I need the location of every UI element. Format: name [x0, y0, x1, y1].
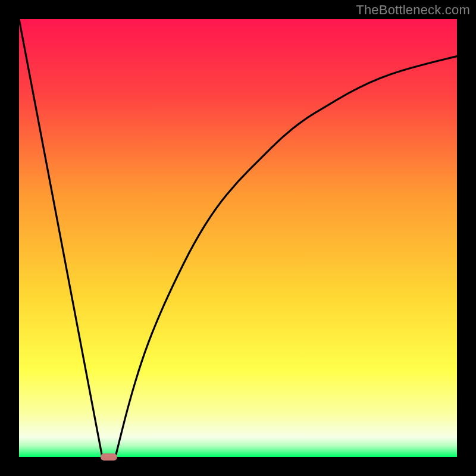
- plot-background-gradient: [19, 19, 457, 457]
- plot-background-rect: [19, 19, 457, 457]
- optimum-marker: [101, 453, 117, 461]
- chart-frame: TheBottleneck.com: [0, 0, 476, 476]
- watermark-text: TheBottleneck.com: [356, 2, 470, 18]
- plot-area: [19, 19, 457, 457]
